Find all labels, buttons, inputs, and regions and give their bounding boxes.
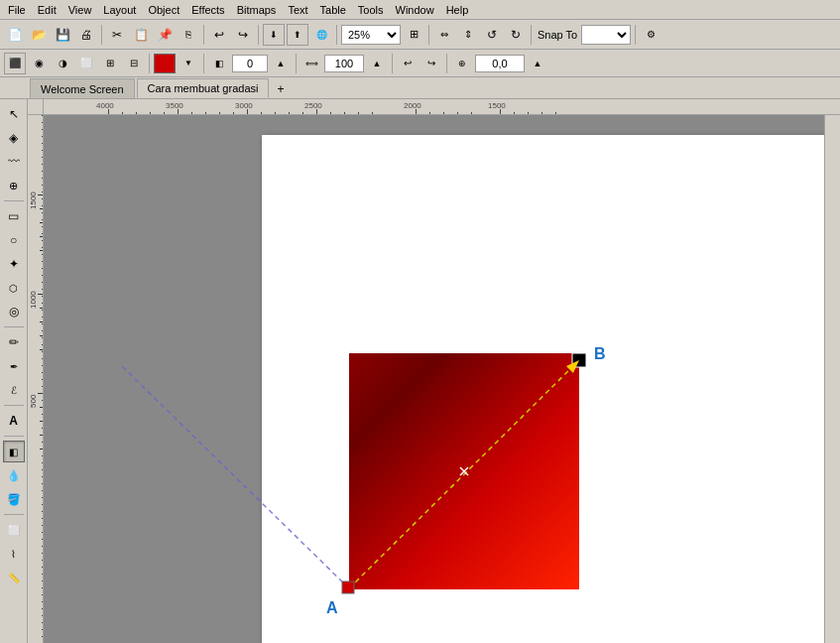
gradient-mesh[interactable]: ⊞: [99, 53, 121, 74]
sep-3: [258, 25, 259, 45]
zoom-combo[interactable]: 25% 50% 100%: [341, 25, 401, 45]
coord-icon: ⊕: [451, 53, 473, 74]
tool-sep-1: [4, 200, 24, 201]
sep-7: [635, 25, 636, 45]
paste-special-button[interactable]: ⎘: [178, 24, 199, 46]
right-scrollbar[interactable]: [824, 115, 840, 643]
snap-to-label: Snap To: [536, 29, 579, 41]
sep-4: [336, 25, 337, 45]
copy-button[interactable]: 📋: [130, 24, 152, 46]
menu-effects[interactable]: Effects: [185, 3, 230, 17]
scale-icon: ⟺: [300, 53, 322, 74]
gradient-undo[interactable]: ↩: [397, 53, 419, 74]
star-tool-btn[interactable]: ✦: [3, 253, 25, 275]
coord-input[interactable]: [475, 55, 525, 72]
canvas-with-vruler: A B: [28, 115, 840, 643]
menu-window[interactable]: Window: [390, 3, 440, 17]
canvas-area: A B: [28, 99, 840, 643]
scale-input[interactable]: [324, 55, 364, 72]
tool-sep-4: [4, 436, 24, 437]
gradient-square[interactable]: [349, 353, 579, 589]
rotate-left[interactable]: ↺: [481, 24, 503, 46]
measure-tool-btn[interactable]: 📏: [3, 567, 25, 588]
tool-sep-2: [4, 326, 24, 327]
zoom-tool-btn[interactable]: ⊕: [3, 175, 25, 196]
tweak-tool-btn[interactable]: 〰: [3, 151, 25, 173]
text-tool-btn[interactable]: A: [3, 410, 25, 432]
snap-to-combo[interactable]: [581, 25, 631, 45]
gradient-conical[interactable]: ◑: [52, 53, 73, 74]
paste-button[interactable]: 📌: [154, 24, 176, 46]
gradient-tool-btn[interactable]: ◧: [3, 441, 25, 462]
gradient-linear[interactable]: ⬛: [4, 53, 26, 74]
ellipse-tool-btn[interactable]: ○: [3, 229, 25, 251]
tab-welcome[interactable]: Welcome Screen: [30, 78, 135, 98]
color-arrow[interactable]: ▼: [178, 53, 199, 74]
import-button[interactable]: ⬇: [263, 24, 285, 46]
svg-point-7: [113, 357, 129, 373]
zoom-fit[interactable]: ⊞: [403, 24, 424, 46]
3d-box-tool-btn[interactable]: ⬡: [3, 277, 25, 299]
cut-button[interactable]: ✂: [106, 24, 128, 46]
opacity-up[interactable]: ▲: [270, 53, 292, 74]
sep-2: [203, 25, 204, 45]
tool-sep-3: [4, 405, 24, 406]
publish-button[interactable]: 🌐: [310, 24, 332, 46]
gradient-square[interactable]: ⬜: [75, 53, 97, 74]
ruler-horizontal: [28, 99, 840, 115]
print-button[interactable]: 🖨: [75, 24, 97, 46]
sep-6: [531, 25, 532, 45]
tab-gradient[interactable]: Cara membuat gradasi: [137, 78, 270, 98]
gradient-redo[interactable]: ↪: [420, 53, 442, 74]
menu-bitmaps[interactable]: Bitmaps: [231, 3, 283, 17]
gradient-patch[interactable]: ⊟: [123, 53, 145, 74]
calligraphy-tool-btn[interactable]: ℰ: [3, 379, 25, 401]
canvas-scroll[interactable]: A B: [44, 115, 824, 643]
undo-button[interactable]: ↩: [208, 24, 230, 46]
gradient-radial[interactable]: ◉: [28, 53, 50, 74]
toolbar-1: 📄 📂 💾 🖨 ✂ 📋 📌 ⎘ ↩ ↪ ⬇ ⬆ 🌐 25% 50% 100% ⊞…: [0, 20, 840, 50]
dropper-tool-btn[interactable]: 💧: [3, 464, 25, 486]
menu-tools[interactable]: Tools: [352, 3, 390, 17]
pencil-tool-btn[interactable]: ✏: [3, 331, 25, 353]
redo-button[interactable]: ↪: [232, 24, 254, 46]
scale-up[interactable]: ▲: [366, 53, 388, 74]
open-button[interactable]: 📂: [28, 24, 50, 46]
opacity-icon: ◧: [208, 53, 230, 74]
selector-tool-btn[interactable]: ↖: [3, 103, 25, 125]
menu-table[interactable]: Table: [314, 3, 352, 17]
opacity-input[interactable]: [232, 55, 268, 72]
tab-add-button[interactable]: +: [271, 80, 290, 98]
ruler-corner: [28, 99, 44, 115]
tab-bar: Welcome Screen Cara membuat gradasi +: [0, 77, 840, 99]
new-button[interactable]: 📄: [4, 24, 26, 46]
fill-color-box[interactable]: [154, 54, 176, 73]
menu-help[interactable]: Help: [440, 3, 475, 17]
menu-text[interactable]: Text: [282, 3, 313, 17]
rotate-right[interactable]: ↻: [505, 24, 527, 46]
menu-view[interactable]: View: [62, 3, 98, 17]
save-button[interactable]: 💾: [52, 24, 73, 46]
sep-tb2-1: [149, 54, 150, 73]
connector-tool-btn[interactable]: ⌇: [3, 543, 25, 565]
menu-layout[interactable]: Layout: [97, 3, 142, 17]
mirror-v[interactable]: ⇕: [457, 24, 479, 46]
fill-tool-btn[interactable]: 🪣: [3, 488, 25, 510]
menu-object[interactable]: Object: [142, 3, 185, 17]
coord-up[interactable]: ▲: [527, 53, 548, 74]
pen-tool-btn[interactable]: ✒: [3, 355, 25, 377]
node-tool-btn[interactable]: ◈: [3, 127, 25, 149]
ruler-vertical: [28, 115, 44, 643]
export-button[interactable]: ⬆: [287, 24, 308, 46]
tool-sep-5: [4, 514, 24, 515]
toolbox: ↖ ◈ 〰 ⊕ ▭ ○ ✦ ⬡ ◎ ✏ ✒ ℰ A ◧ 💧 🪣 ⬜ ⌇ 📏: [0, 99, 28, 643]
rectangle-tool-btn[interactable]: ▭: [3, 205, 25, 227]
menu-edit[interactable]: Edit: [32, 3, 62, 17]
eraser-tool-btn[interactable]: ⬜: [3, 519, 25, 541]
spiral-tool-btn[interactable]: ◎: [3, 301, 25, 322]
toolbar-2: ⬛ ◉ ◑ ⬜ ⊞ ⊟ ▼ ◧ ▲ ⟺ ▲ ↩ ↪ ⊕ ▲: [0, 50, 840, 77]
options-button[interactable]: ⚙: [640, 24, 661, 46]
menu-file[interactable]: File: [2, 3, 32, 17]
sep-tb2-4: [392, 54, 393, 73]
mirror-h[interactable]: ⇔: [433, 24, 455, 46]
